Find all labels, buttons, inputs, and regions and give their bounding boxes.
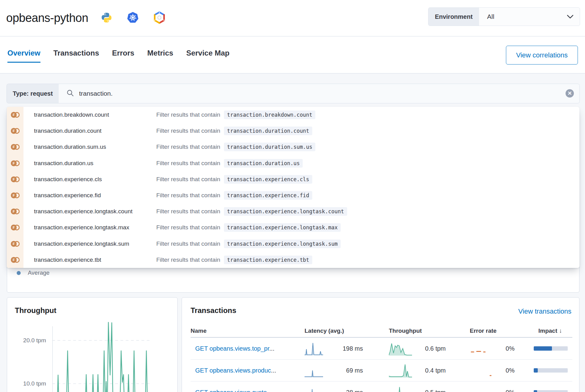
- transaction-name-cell: GET opbeans.views.top_pr...: [191, 345, 297, 352]
- suggestion-field-code: transaction.breakdown.count: [224, 111, 315, 119]
- view-correlations-button[interactable]: View correlations: [506, 46, 578, 65]
- latency-sparkline: [305, 342, 323, 355]
- tabs-bar: OverviewTransactionsErrorsMetricsService…: [0, 36, 585, 73]
- suggestion-description: Filter results that containtransaction.e…: [156, 256, 579, 264]
- svg-text:F: F: [13, 113, 15, 117]
- field-icon: F: [7, 144, 23, 150]
- suggestion-field-name: transaction.duration.us: [23, 160, 156, 167]
- throughput-sparkline: [389, 385, 412, 392]
- suggestion-row[interactable]: Ftransaction.duration.sum.usFilter resul…: [7, 139, 579, 155]
- throughput-value: 0.6 tpm: [412, 345, 446, 352]
- field-icon: F: [7, 224, 23, 231]
- error-rate-value: 0%: [495, 389, 515, 392]
- column-header-error-rate[interactable]: Error rate: [450, 327, 519, 334]
- tab-metrics[interactable]: Metrics: [147, 49, 173, 63]
- transactions-table-header: Name Latency (avg.) Throughput Error rat…: [191, 324, 572, 338]
- suggestion-row[interactable]: Ftransaction.experience.longtask.sumFilt…: [7, 236, 579, 252]
- field-icon: F: [7, 127, 23, 134]
- truncation-ellipsis: ...: [269, 345, 275, 352]
- tab-service-map[interactable]: Service Map: [186, 49, 229, 63]
- chevron-down-icon: [567, 15, 574, 20]
- suggestion-row[interactable]: Ftransaction.experience.longtask.maxFilt…: [7, 219, 579, 236]
- suggestion-prefix-text: Filter results that contain: [156, 224, 220, 231]
- view-transactions-link[interactable]: View transactions: [518, 307, 571, 315]
- suggestion-row[interactable]: Ftransaction.experience.fidFilter result…: [7, 187, 579, 203]
- throughput-cell: 0.4 tpm: [366, 363, 450, 377]
- suggestion-field-name: transaction.experience.fid: [23, 192, 156, 199]
- suggestion-row[interactable]: Ftransaction.experience.longtask.countFi…: [7, 203, 579, 219]
- transaction-name-cell: GET opbeans.views.produc...: [191, 367, 297, 374]
- kql-suggestions-dropdown: Ftransaction.breakdown.countFilter resul…: [7, 107, 579, 268]
- transaction-link[interactable]: GET opbeans.views.custo: [195, 389, 267, 392]
- truncation-ellipsis: ...: [267, 389, 272, 392]
- suggestion-field-name: transaction.experience.longtask.sum: [23, 240, 156, 247]
- suggestion-field-name: transaction.experience.cls: [23, 176, 156, 183]
- suggestion-field-name: transaction.experience.longtask.max: [23, 224, 156, 231]
- type-filter-badge[interactable]: Type: request: [7, 84, 59, 103]
- tab-transactions[interactable]: Transactions: [53, 49, 99, 63]
- truncation-ellipsis: ...: [271, 367, 276, 374]
- suggestion-field-name: transaction.experience.longtask.count: [23, 208, 156, 215]
- suggestion-field-code: transaction.experience.longtask.count: [224, 207, 347, 216]
- column-header-name[interactable]: Name: [191, 327, 297, 334]
- throughput-sparkline: [389, 341, 412, 356]
- table-row: GET opbeans.views.produc...69 ms0.4 tpm0…: [191, 360, 572, 382]
- suggestion-prefix-text: Filter results that contain: [156, 144, 220, 150]
- transaction-link[interactable]: GET opbeans.views.produc: [195, 367, 271, 374]
- suggestion-field-code: transaction.experience.longtask.max: [224, 223, 341, 232]
- svg-text:F: F: [13, 145, 15, 149]
- field-icon: F: [7, 111, 23, 118]
- suggestion-description: Filter results that containtransaction.e…: [156, 191, 579, 200]
- throughput-panel: Throughput 20.0 tpm 10.0 tpm: [7, 297, 178, 392]
- suggestion-prefix-text: Filter results that contain: [156, 160, 220, 167]
- field-icon: F: [7, 240, 23, 247]
- svg-text:F: F: [13, 258, 15, 262]
- gcp-icon: [153, 11, 166, 25]
- impact-bar-fill: [534, 390, 537, 392]
- suggestion-field-name: transaction.duration.sum.us: [23, 144, 156, 150]
- tab-errors[interactable]: Errors: [112, 49, 134, 63]
- suggestion-description: Filter results that containtransaction.d…: [156, 143, 579, 151]
- suggestion-prefix-text: Filter results that contain: [156, 256, 220, 263]
- field-icon: F: [7, 160, 23, 167]
- suggestion-row[interactable]: Ftransaction.duration.countFilter result…: [7, 123, 579, 139]
- impact-cell: [519, 346, 572, 351]
- transaction-name-cell: GET opbeans.views.custo...: [191, 389, 297, 392]
- suggestion-row[interactable]: Ftransaction.duration.usFilter results t…: [7, 155, 579, 171]
- latency-cell: 69 ms: [297, 364, 366, 377]
- sort-descending-icon: ↓: [559, 327, 562, 334]
- suggestion-row[interactable]: Ftransaction.experience.tbtFilter result…: [7, 252, 579, 268]
- suggestion-row[interactable]: Ftransaction.experience.clsFilter result…: [7, 171, 579, 187]
- column-header-latency[interactable]: Latency (avg.): [297, 327, 366, 334]
- chart-legend: Average: [17, 269, 49, 276]
- throughput-chart[interactable]: [52, 321, 154, 392]
- table-row: GET opbeans.views.top_pr...198 ms0.6 tpm…: [191, 338, 572, 360]
- suggestion-field-code: transaction.experience.cls: [224, 175, 312, 184]
- error-rate-value: 0%: [495, 345, 515, 352]
- suggestion-description: Filter results that containtransaction.b…: [156, 111, 579, 119]
- latency-value: 38 ms: [323, 389, 363, 392]
- throughput-sparkline: [389, 363, 412, 377]
- page-title: opbeans-python: [6, 11, 88, 25]
- field-icon: F: [7, 208, 23, 215]
- environment-select[interactable]: Environment All: [428, 7, 580, 26]
- search-input[interactable]: transaction. ✕: [59, 84, 579, 103]
- transactions-table: Name Latency (avg.) Throughput Error rat…: [191, 324, 572, 392]
- tab-overview[interactable]: Overview: [7, 49, 40, 63]
- throughput-title: Throughput: [15, 306, 57, 315]
- transaction-link[interactable]: GET opbeans.views.top_pr: [195, 345, 269, 352]
- field-icon: F: [7, 256, 23, 263]
- column-header-throughput[interactable]: Throughput: [366, 327, 450, 334]
- latency-sparkline: [305, 364, 323, 377]
- clear-search-icon[interactable]: ✕: [566, 89, 574, 98]
- column-header-impact[interactable]: Impact ↓: [519, 327, 572, 334]
- svg-text:F: F: [13, 177, 15, 181]
- average-legend-label: Average: [28, 269, 49, 276]
- suggestion-field-code: transaction.duration.us: [224, 159, 303, 168]
- kql-search-bar: Type: request transaction. ✕: [7, 84, 579, 103]
- suggestion-field-code: transaction.duration.sum.us: [224, 143, 315, 151]
- service-tabs: OverviewTransactionsErrorsMetricsService…: [7, 49, 229, 63]
- throughput-value: 0.5 tpm: [412, 389, 446, 392]
- suggestions-list: Ftransaction.breakdown.countFilter resul…: [7, 107, 579, 268]
- suggestion-row[interactable]: Ftransaction.breakdown.countFilter resul…: [7, 107, 579, 123]
